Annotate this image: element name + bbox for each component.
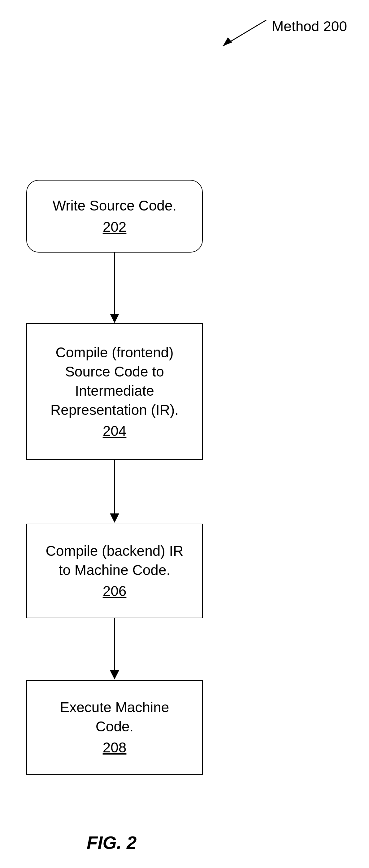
step-line: Intermediate [33,381,196,400]
step-ref: 204 [33,421,196,440]
arrow-202-to-204 [110,252,119,323]
method-label: Method 200 [272,18,347,35]
step-write-source: Write Source Code. 202 [26,180,203,252]
arrow-204-to-206 [110,460,119,523]
svg-marker-3 [110,314,119,323]
step-line: Compile (frontend) [33,343,196,362]
step-line: Compile (backend) IR [33,541,196,560]
step-label: Write Source Code. [33,196,196,215]
step-compile-backend: Compile (backend) IR to Machine Code. 20… [26,524,203,618]
svg-marker-5 [110,514,119,523]
figure-caption: FIG. 2 [87,832,137,853]
step-line: Source Code to [33,362,196,381]
step-line: to Machine Code. [33,560,196,580]
step-line: Execute Machine [33,698,196,717]
step-compile-frontend: Compile (frontend) Source Code to Interm… [26,323,203,460]
arrow-206-to-208 [110,618,119,680]
step-execute: Execute Machine Code. 208 [26,680,203,775]
svg-marker-7 [110,670,119,679]
step-ref: 202 [33,217,196,237]
step-ref: 206 [33,582,196,600]
step-line: Representation (IR). [33,400,196,420]
step-line: Code. [33,717,196,736]
pointer-arrow-icon [214,17,269,51]
svg-marker-1 [223,37,232,46]
flowchart-canvas: Method 200 Write Source Code. 202 Compil… [0,0,369,868]
step-ref: 208 [33,738,196,757]
